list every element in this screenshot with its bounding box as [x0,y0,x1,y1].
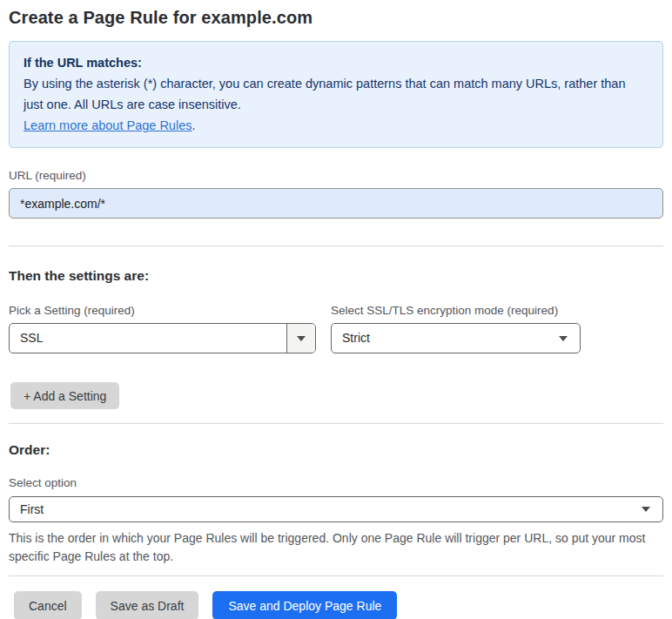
setting-select-arrow-box [286,324,315,353]
url-section: URL (required) [9,167,663,219]
page-rule-form: Create a Page Rule for example.com If th… [0,6,672,619]
cancel-button[interactable]: Cancel [14,591,82,619]
url-input[interactable] [9,188,663,219]
learn-more-link[interactable]: Learn more about Page Rules [24,118,192,132]
chevron-down-icon [559,336,568,341]
info-box-link-line: Learn more about Page Rules. [24,115,648,136]
setting-select-label: Pick a Setting (required) [9,304,331,318]
order-select[interactable]: First [9,496,663,522]
footer-actions: Cancel Save as Draft Save and Deploy Pag… [9,591,663,619]
save-deploy-button[interactable]: Save and Deploy Page Rule [212,591,397,619]
setting-select-value: SSL [10,324,286,353]
settings-section-heading: Then the settings are: [9,268,663,284]
order-section-heading: Order: [9,442,663,458]
mode-select[interactable]: Strict [331,323,581,353]
add-setting-button[interactable]: + Add a Setting [10,382,119,409]
settings-selects-row: SSL Strict [9,323,663,353]
order-select-label: Select option [9,476,663,490]
save-draft-button[interactable]: Save as Draft [96,591,199,619]
setting-select[interactable]: SSL [9,323,316,353]
order-help-text: This is the order in which your Page Rul… [9,529,653,566]
info-box-body: By using the asterisk (*) character, you… [24,73,633,115]
divider [9,575,663,576]
order-select-value: First [10,497,642,521]
settings-labels-row: Pick a Setting (required) Select SSL/TLS… [9,304,663,318]
mode-select-label: Select SSL/TLS encryption mode (required… [331,304,558,318]
link-suffix: . [192,118,195,132]
chevron-down-icon [642,507,650,512]
url-match-info-box: If the URL matches: By using the asteris… [9,41,663,148]
url-label: URL (required) [9,169,86,182]
page-title: Create a Page Rule for example.com [9,6,663,29]
info-box-heading: If the URL matches: [24,52,648,73]
divider [9,423,663,424]
divider [9,246,663,246]
chevron-down-icon [297,336,306,341]
mode-select-value: Strict [332,324,559,353]
